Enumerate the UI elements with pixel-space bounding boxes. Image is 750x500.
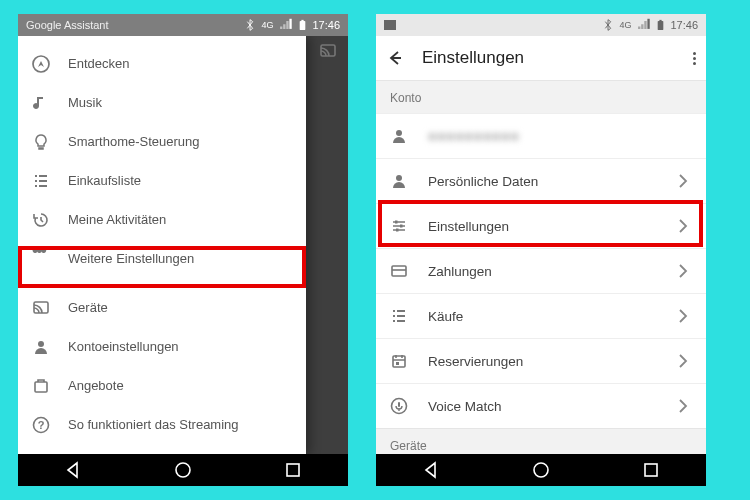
- list-icon: [32, 172, 50, 190]
- network-label: 4G: [261, 20, 273, 30]
- network-label: 4G: [619, 20, 631, 30]
- menu-label: Angebote: [68, 378, 124, 393]
- signal-icon: [636, 18, 651, 32]
- chevron-right-icon: [674, 352, 692, 370]
- row-label: Käufe: [428, 309, 463, 324]
- menu-item-music[interactable]: Musik: [18, 83, 306, 122]
- svg-rect-20: [287, 464, 299, 476]
- menu-label: Meine Aktivitäten: [68, 212, 166, 227]
- svg-point-19: [176, 463, 190, 477]
- back-icon[interactable]: [386, 49, 404, 67]
- android-navbar: [376, 454, 706, 486]
- row-label: Reservierungen: [428, 354, 523, 369]
- battery-icon: [298, 18, 307, 33]
- menu-item-activities[interactable]: Meine Aktivitäten: [18, 200, 306, 239]
- menu-label: Einkaufsliste: [68, 173, 141, 188]
- app-icon: [384, 20, 396, 30]
- statusbar-app-title: Google Assistant: [26, 19, 109, 31]
- row-label: Persönliche Daten: [428, 174, 538, 189]
- menu-label: Smarthome-Steuerung: [68, 134, 200, 149]
- highlight-box: [18, 246, 306, 288]
- chevron-right-icon: [674, 307, 692, 325]
- row-payments[interactable]: Zahlungen: [376, 248, 706, 293]
- music-icon: [32, 94, 50, 112]
- menu-item-discover[interactable]: Entdecken: [18, 44, 306, 83]
- menu-item-shoppinglist[interactable]: Einkaufsliste: [18, 161, 306, 200]
- account-icon: [32, 338, 50, 356]
- menu-label: Kontoeinstellungen: [68, 339, 179, 354]
- cast-icon[interactable]: [318, 42, 338, 60]
- phone-left: Google Assistant 4G 17:46 Entdecken Musi…: [18, 14, 348, 486]
- app-bar: Einstellungen: [376, 36, 706, 80]
- phone-right: 4G 17:46 Einstellungen Konto ■■■■■■■■■■ …: [376, 14, 706, 486]
- calendar-icon: [390, 352, 408, 370]
- row-voice-match[interactable]: Voice Match: [376, 383, 706, 428]
- menu-item-smarthome[interactable]: Smarthome-Steuerung: [18, 122, 306, 161]
- person-icon: [390, 127, 408, 145]
- chevron-right-icon: [674, 397, 692, 415]
- menu-item-offers[interactable]: Angebote: [18, 366, 306, 405]
- help-icon: [32, 416, 50, 434]
- nav-recents-icon[interactable]: [283, 460, 303, 480]
- nav-recents-icon[interactable]: [641, 460, 661, 480]
- voice-icon: [390, 397, 408, 415]
- status-bar: Google Assistant 4G 17:46: [18, 14, 348, 36]
- section-header-account: Konto: [376, 80, 706, 113]
- menu-label: Musik: [68, 95, 102, 110]
- menu-label: So funktioniert das Streaming: [68, 417, 239, 432]
- history-icon: [32, 211, 50, 229]
- row-personal-data[interactable]: Persönliche Daten: [376, 158, 706, 203]
- menu-item-account-settings[interactable]: Kontoeinstellungen: [18, 327, 306, 366]
- nav-home-icon[interactable]: [173, 460, 193, 480]
- card-icon: [390, 262, 408, 280]
- row-account[interactable]: ■■■■■■■■■■: [376, 113, 706, 158]
- status-bar: 4G 17:46: [376, 14, 706, 36]
- row-purchases[interactable]: Käufe: [376, 293, 706, 338]
- person-icon: [390, 172, 408, 190]
- content-area: Entdecken Musik Smarthome-Steuerung Eink…: [18, 36, 348, 454]
- bluetooth-icon: [244, 17, 256, 33]
- cast-icon: [32, 299, 50, 317]
- bulb-icon: [32, 133, 50, 151]
- nav-drawer: Entdecken Musik Smarthome-Steuerung Eink…: [18, 36, 306, 454]
- menu-item-streaming-howto[interactable]: So funktioniert das Streaming: [18, 405, 306, 444]
- nav-back-icon[interactable]: [63, 460, 83, 480]
- android-navbar: [18, 454, 348, 486]
- bluetooth-icon: [602, 17, 614, 33]
- highlight-box: [378, 200, 703, 247]
- page-title: Einstellungen: [422, 48, 524, 68]
- nav-home-icon[interactable]: [531, 460, 551, 480]
- clock: 17:46: [670, 19, 698, 31]
- section-header-devices: Geräte: [376, 428, 706, 454]
- chevron-right-icon: [674, 172, 692, 190]
- compass-icon: [32, 55, 50, 73]
- list-icon: [390, 307, 408, 325]
- chevron-right-icon: [674, 262, 692, 280]
- svg-point-21: [534, 463, 548, 477]
- menu-item-devices[interactable]: Geräte: [18, 288, 306, 327]
- svg-rect-22: [645, 464, 657, 476]
- content-area: Einstellungen Konto ■■■■■■■■■■ Persönlic…: [376, 36, 706, 454]
- offers-icon: [32, 377, 50, 395]
- menu-label: Entdecken: [68, 56, 129, 71]
- battery-icon: [656, 18, 665, 33]
- signal-icon: [278, 18, 293, 32]
- row-reservations[interactable]: Reservierungen: [376, 338, 706, 383]
- row-label: Voice Match: [428, 399, 502, 414]
- menu-label: Geräte: [68, 300, 108, 315]
- clock: 17:46: [312, 19, 340, 31]
- row-label: Zahlungen: [428, 264, 492, 279]
- overflow-menu-icon[interactable]: [693, 52, 696, 65]
- nav-back-icon[interactable]: [421, 460, 441, 480]
- account-name: ■■■■■■■■■■: [428, 129, 520, 144]
